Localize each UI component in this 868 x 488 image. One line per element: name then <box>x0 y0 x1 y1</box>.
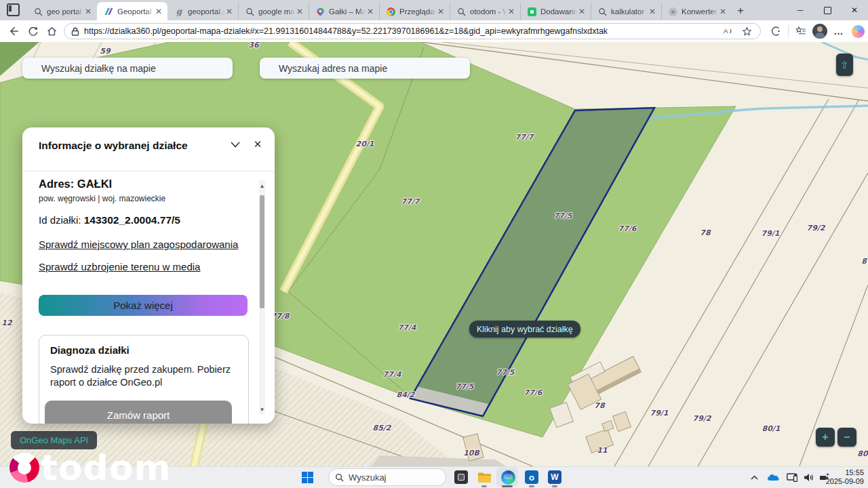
copilot-icon[interactable] <box>848 22 867 40</box>
close-window-button[interactable]: ✕ <box>841 0 868 20</box>
tab-ga-ki-map[interactable]: Gałki – Map✕ <box>309 3 379 20</box>
panel-divider <box>22 171 275 171</box>
close-panel-icon[interactable]: ✕ <box>250 137 265 152</box>
toolbar-divider <box>788 25 789 37</box>
tab-label: Konwerter h <box>682 7 718 16</box>
taskbar-app-snip[interactable] <box>453 469 469 485</box>
tab-label: Geoportal D <box>117 7 154 16</box>
edge-taskbar-icon[interactable] <box>500 469 516 485</box>
address-bar[interactable]: https://dzialka360.pl/geoportal-mapa-dzi… <box>64 23 761 39</box>
favorite-star-icon[interactable] <box>737 22 756 40</box>
tab-close-icon[interactable]: ✕ <box>154 7 163 16</box>
tab-label: Dodawanie <box>540 7 577 16</box>
start-button[interactable] <box>299 469 315 485</box>
dzialka-favicon <box>104 7 113 16</box>
word-icon[interactable]: W <box>547 469 563 485</box>
tab-close-icon[interactable]: ✕ <box>295 7 304 16</box>
tray-chevron-up-icon[interactable] <box>746 469 762 485</box>
tab-close-icon[interactable]: ✕ <box>507 7 516 16</box>
search-favicon <box>597 7 607 16</box>
url-text[interactable]: https://dzialka360.pl/geoportal-mapa-dzi… <box>84 26 718 36</box>
mapspin-favicon <box>315 7 325 16</box>
collapse-chevron-icon[interactable] <box>228 137 243 152</box>
search-parcel-input[interactable] <box>22 58 233 79</box>
tab-kalkulator-h[interactable]: kalkulator h✕ <box>591 3 661 20</box>
tab-otodom-w[interactable]: otodom - W✕ <box>450 3 520 20</box>
panel-scrollbar-thumb[interactable] <box>260 195 264 308</box>
search-address-input[interactable] <box>260 58 470 79</box>
parcel-id-value: 143302_2.0004.77/5 <box>84 214 180 226</box>
browser-essentials-icon[interactable] <box>766 22 785 40</box>
tab-google-map[interactable]: google map✕ <box>238 3 309 20</box>
chrome-favicon <box>386 7 395 16</box>
taskbar-clock[interactable]: 15:55 2025-09-09 <box>826 468 864 486</box>
tab-label: Przeglądark <box>399 7 436 16</box>
grayapp-favicon <box>668 7 677 16</box>
tab-close-icon[interactable]: ✕ <box>436 7 446 16</box>
map-cursor-tooltip: Kliknij aby wybrać działkę <box>469 321 580 338</box>
tab-label: kalkulator h <box>611 7 648 16</box>
home-icon[interactable] <box>42 22 61 40</box>
tab-close-icon[interactable]: ✕ <box>224 7 234 16</box>
profile-avatar[interactable] <box>810 22 829 40</box>
tab-search-icon[interactable] <box>7 3 20 16</box>
tab-konwerter-h[interactable]: Konwerter h✕ <box>661 3 732 20</box>
browser-toolbar: https://dzialka360.pl/geoportal-mapa-dzi… <box>0 20 868 43</box>
file-explorer-icon[interactable] <box>476 469 492 485</box>
diagnosis-card: Diagnoza działki Sprawdź działkę przed z… <box>39 335 249 424</box>
panel-title: Informacje o wybranej działce <box>39 140 188 152</box>
more-options-icon[interactable]: … <box>829 22 848 40</box>
new-tab-button[interactable]: + <box>732 5 751 20</box>
tab-przegl-dark[interactable]: Przeglądark✕ <box>379 3 450 20</box>
taskbar-search[interactable]: Wyszukaj <box>328 468 446 486</box>
phone-link-icon[interactable] <box>784 469 800 485</box>
running-indicator <box>529 485 534 487</box>
diagnosis-title: Diagnoza działki <box>50 344 237 356</box>
minimize-button[interactable]: ─ <box>787 0 814 20</box>
favorites-list-icon[interactable] <box>791 22 810 40</box>
lock-icon <box>71 27 79 36</box>
diagnosis-text: Sprawdź działkę przed zakupem. Pobierz r… <box>50 363 235 389</box>
search-favicon <box>33 7 43 16</box>
tab-close-icon[interactable]: ✕ <box>577 7 587 16</box>
search-favicon <box>456 7 466 16</box>
share-arrow-button[interactable]: ⇧ <box>836 54 853 76</box>
onedrive-cloud-icon[interactable] <box>765 469 781 485</box>
utilities-link[interactable]: Sprawdź uzbrojenie terenu w media <box>39 261 200 272</box>
tab-strip: geo portal 3✕Geoportal D✕ggeoportal.g✕go… <box>0 0 868 20</box>
search-favicon <box>245 7 254 16</box>
tab-label: geo portal 3 <box>47 7 83 16</box>
zoom-in-button[interactable]: + <box>816 428 835 447</box>
tab-dodawanie[interactable]: Dodawanie✕ <box>520 3 591 20</box>
tab-close-icon[interactable]: ✕ <box>648 7 657 16</box>
outlook-icon[interactable]: o <box>524 469 540 485</box>
tab-label: otodom - W <box>470 7 507 16</box>
tab-close-icon[interactable]: ✕ <box>366 7 375 16</box>
back-icon[interactable] <box>4 22 23 40</box>
zoom-out-button[interactable]: − <box>837 428 856 447</box>
scroll-down-icon[interactable]: ▼ <box>258 407 266 413</box>
tab-geoportal-d[interactable]: Geoportal D✕ <box>97 2 167 20</box>
gletter-favicon: g <box>174 7 184 16</box>
tab-geo-portal-3[interactable]: geo portal 3✕ <box>26 3 97 20</box>
order-report-button[interactable]: Zamów raport <box>45 401 232 424</box>
maximize-button[interactable] <box>814 0 841 20</box>
parcel-address: Adres: GAŁKI <box>39 178 112 190</box>
read-aloud-icon[interactable]: A <box>718 22 737 40</box>
show-more-button[interactable]: Pokaż więcej <box>39 295 248 316</box>
running-indicator-active <box>502 485 513 487</box>
tab-geoportal-g[interactable]: ggeoportal.g✕ <box>167 3 238 20</box>
refresh-icon[interactable] <box>23 22 42 40</box>
tab-close-icon[interactable]: ✕ <box>83 7 93 16</box>
tab-close-icon[interactable]: ✕ <box>718 7 728 16</box>
parcel-id-label: Id działki: <box>39 214 84 226</box>
scroll-up-icon[interactable]: ▲ <box>258 183 266 190</box>
parcel-id-row: Id działki: 143302_2.0004.77/5 <box>39 214 180 226</box>
plan-link[interactable]: Sprawdź miejscowy plan zagospodarowania <box>39 239 238 250</box>
tabs-container: geo portal 3✕Geoportal D✕ggeoportal.g✕go… <box>26 0 732 20</box>
clock-time: 15:55 <box>826 468 864 477</box>
speaker-icon[interactable] <box>800 469 816 485</box>
ongeo-api-badge[interactable]: OnGeo Maps API <box>11 431 97 449</box>
svg-text:A: A <box>724 27 728 35</box>
tab-label: geoportal.g <box>188 7 224 16</box>
